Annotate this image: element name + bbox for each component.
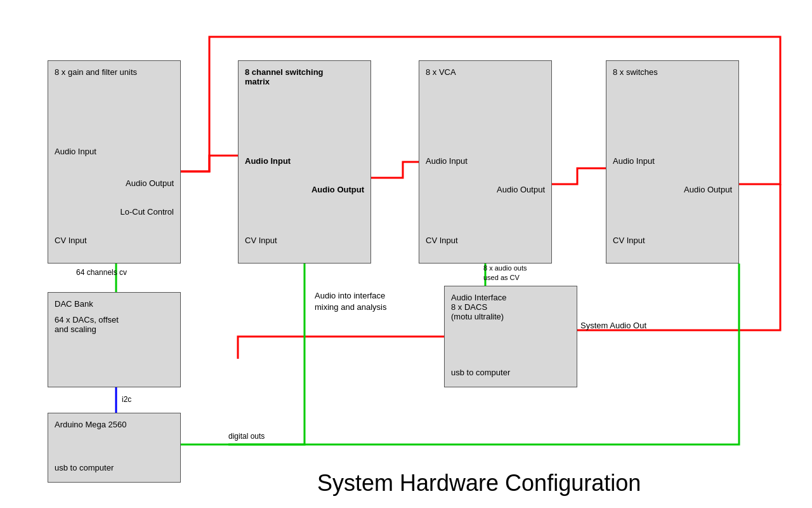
gain-filter-audio-input: Audio Input	[55, 147, 96, 156]
vca-title: 8 x VCA	[426, 67, 545, 77]
switches-cv-input: CV Input	[613, 236, 645, 245]
arduino-title: Arduino Mega 2560	[55, 420, 174, 429]
vca-audio-output: Audio Output	[497, 185, 545, 194]
arduino-block: Arduino Mega 2560 usb to computer	[48, 413, 181, 483]
digital-outs-label: digital outs	[228, 432, 265, 441]
gain-filter-cv-input: CV Input	[55, 236, 87, 245]
channel-switching-cv-input: CV Input	[245, 236, 277, 245]
switches-title: 8 x switches	[613, 67, 732, 77]
switches-block: 8 x switches Audio Input Audio Output CV…	[606, 60, 739, 264]
i2c-label: i2c	[122, 395, 131, 404]
cv-channels-label: 64 channels cv	[76, 268, 127, 277]
dac-bank-desc: 64 x DACs, offsetand scaling	[55, 315, 174, 334]
system-audio-out-label: System Audio Out	[580, 321, 646, 330]
channel-switching-block: 8 channel switchingmatrix Audio Input Au…	[238, 60, 371, 264]
arduino-usb: usb to computer	[55, 463, 114, 472]
audio-mixing-label: Audio into interfacemixing and analysis	[315, 290, 386, 313]
diagram-container: 8 x gain and filter units Audio Input Au…	[0, 0, 812, 508]
audio-outs-cv-label: 8 x audio outsused as CV	[483, 264, 527, 283]
dac-bank-block: DAC Bank 64 x DACs, offsetand scaling	[48, 292, 181, 387]
gain-filter-audio-output: Audio Output	[126, 178, 174, 188]
dac-bank-title: DAC Bank	[55, 299, 174, 309]
audio-interface-usb: usb to computer	[451, 368, 510, 377]
switches-audio-input: Audio Input	[613, 156, 655, 166]
gain-filter-title: 8 x gain and filter units	[55, 67, 174, 77]
gain-filter-locut: Lo-Cut Control	[120, 207, 174, 217]
vca-audio-input: Audio Input	[426, 156, 468, 166]
channel-switching-audio-output: Audio Output	[311, 185, 364, 194]
vca-cv-input: CV Input	[426, 236, 458, 245]
switches-audio-output: Audio Output	[684, 185, 732, 194]
audio-interface-title: Audio Interface8 x DACS(motu ultralite)	[451, 293, 570, 321]
channel-switching-audio-input: Audio Input	[245, 156, 291, 166]
vca-block: 8 x VCA Audio Input Audio Output CV Inpu…	[419, 60, 552, 264]
page-title: System Hardware Configuration	[317, 470, 641, 497]
gain-filter-block: 8 x gain and filter units Audio Input Au…	[48, 60, 181, 264]
channel-switching-title: 8 channel switchingmatrix	[245, 67, 364, 86]
audio-interface-block: Audio Interface8 x DACS(motu ultralite) …	[444, 286, 577, 387]
